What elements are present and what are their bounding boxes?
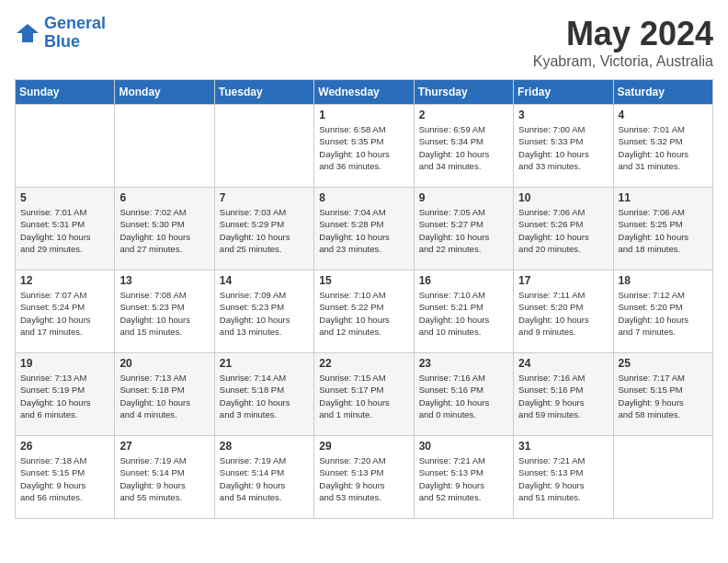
day-number: 11 bbox=[619, 191, 708, 204]
calendar-cell: 27Sunrise: 7:19 AM Sunset: 5:14 PM Dayli… bbox=[115, 436, 214, 519]
day-content: Sunrise: 7:12 AM Sunset: 5:20 PM Dayligh… bbox=[619, 289, 708, 338]
day-number: 20 bbox=[119, 357, 209, 370]
day-number: 6 bbox=[119, 191, 209, 204]
day-content: Sunrise: 7:05 AM Sunset: 5:27 PM Dayligh… bbox=[419, 206, 508, 255]
day-number: 28 bbox=[220, 440, 309, 453]
calendar-cell bbox=[613, 436, 712, 519]
day-content: Sunrise: 7:19 AM Sunset: 5:14 PM Dayligh… bbox=[119, 454, 209, 503]
day-number: 31 bbox=[518, 440, 608, 453]
calendar-cell: 25Sunrise: 7:17 AM Sunset: 5:15 PM Dayli… bbox=[613, 353, 712, 436]
day-number: 4 bbox=[619, 109, 708, 121]
header-wednesday: Wednesday bbox=[314, 80, 414, 105]
calendar-cell: 9Sunrise: 7:05 AM Sunset: 5:27 PM Daylig… bbox=[414, 188, 513, 270]
day-content: Sunrise: 7:16 AM Sunset: 5:16 PM Dayligh… bbox=[419, 372, 508, 420]
day-number: 10 bbox=[518, 191, 608, 204]
day-number: 25 bbox=[619, 357, 708, 370]
day-content: Sunrise: 7:01 AM Sunset: 5:32 PM Dayligh… bbox=[619, 123, 708, 172]
calendar-cell: 19Sunrise: 7:13 AM Sunset: 5:19 PM Dayli… bbox=[16, 353, 115, 436]
calendar-cell: 16Sunrise: 7:10 AM Sunset: 5:21 PM Dayli… bbox=[414, 270, 513, 353]
day-content: Sunrise: 6:58 AM Sunset: 5:35 PM Dayligh… bbox=[319, 123, 408, 172]
day-content: Sunrise: 7:15 AM Sunset: 5:17 PM Dayligh… bbox=[319, 372, 408, 420]
week-row-2: 5Sunrise: 7:01 AM Sunset: 5:31 PM Daylig… bbox=[16, 188, 713, 270]
calendar-cell: 8Sunrise: 7:04 AM Sunset: 5:28 PM Daylig… bbox=[314, 188, 414, 270]
day-number: 27 bbox=[119, 440, 209, 453]
header-friday: Friday bbox=[514, 80, 613, 105]
calendar-cell: 6Sunrise: 7:02 AM Sunset: 5:30 PM Daylig… bbox=[115, 188, 214, 270]
day-number: 13 bbox=[119, 274, 209, 287]
calendar-cell: 11Sunrise: 7:06 AM Sunset: 5:25 PM Dayli… bbox=[613, 188, 712, 270]
day-content: Sunrise: 7:04 AM Sunset: 5:28 PM Dayligh… bbox=[319, 206, 408, 255]
day-number: 21 bbox=[220, 357, 309, 370]
header-monday: Monday bbox=[115, 80, 214, 105]
header-tuesday: Tuesday bbox=[214, 80, 313, 105]
calendar-cell: 15Sunrise: 7:10 AM Sunset: 5:22 PM Dayli… bbox=[314, 270, 414, 353]
header: General Blue May 2024 Kyabram, Victoria,… bbox=[15, 15, 713, 70]
calendar-cell: 1Sunrise: 6:58 AM Sunset: 5:35 PM Daylig… bbox=[314, 105, 414, 188]
day-number: 24 bbox=[518, 357, 608, 370]
day-content: Sunrise: 7:10 AM Sunset: 5:22 PM Dayligh… bbox=[319, 289, 408, 338]
header-sunday: Sunday bbox=[16, 80, 115, 105]
header-thursday: Thursday bbox=[414, 80, 513, 105]
calendar-cell: 2Sunrise: 6:59 AM Sunset: 5:34 PM Daylig… bbox=[414, 105, 513, 188]
day-number: 9 bbox=[419, 191, 508, 204]
day-content: Sunrise: 7:09 AM Sunset: 5:23 PM Dayligh… bbox=[220, 289, 309, 338]
day-number: 29 bbox=[319, 440, 408, 453]
week-row-5: 26Sunrise: 7:18 AM Sunset: 5:15 PM Dayli… bbox=[16, 436, 713, 519]
calendar-cell: 22Sunrise: 7:15 AM Sunset: 5:17 PM Dayli… bbox=[314, 353, 414, 436]
day-content: Sunrise: 7:14 AM Sunset: 5:18 PM Dayligh… bbox=[220, 372, 309, 420]
day-number: 18 bbox=[619, 274, 708, 287]
day-content: Sunrise: 7:13 AM Sunset: 5:18 PM Dayligh… bbox=[119, 372, 209, 420]
calendar-cell: 3Sunrise: 7:00 AM Sunset: 5:33 PM Daylig… bbox=[514, 105, 613, 188]
calendar-cell: 28Sunrise: 7:19 AM Sunset: 5:14 PM Dayli… bbox=[214, 436, 313, 519]
day-number: 2 bbox=[419, 109, 508, 121]
day-content: Sunrise: 7:00 AM Sunset: 5:33 PM Dayligh… bbox=[518, 123, 608, 172]
header-saturday: Saturday bbox=[613, 80, 712, 105]
day-content: Sunrise: 7:11 AM Sunset: 5:20 PM Dayligh… bbox=[518, 289, 608, 338]
calendar-cell: 31Sunrise: 7:21 AM Sunset: 5:13 PM Dayli… bbox=[514, 436, 613, 519]
day-content: Sunrise: 7:20 AM Sunset: 5:13 PM Dayligh… bbox=[319, 454, 408, 503]
calendar-cell: 4Sunrise: 7:01 AM Sunset: 5:32 PM Daylig… bbox=[613, 105, 712, 188]
calendar-cell: 23Sunrise: 7:16 AM Sunset: 5:16 PM Dayli… bbox=[414, 353, 513, 436]
day-content: Sunrise: 7:17 AM Sunset: 5:15 PM Dayligh… bbox=[619, 372, 708, 420]
logo-line2: Blue bbox=[44, 32, 80, 51]
logo: General Blue bbox=[15, 15, 106, 52]
calendar-cell: 17Sunrise: 7:11 AM Sunset: 5:20 PM Dayli… bbox=[514, 270, 613, 353]
calendar-cell: 5Sunrise: 7:01 AM Sunset: 5:31 PM Daylig… bbox=[16, 188, 115, 270]
logo-text: General Blue bbox=[44, 15, 106, 52]
day-content: Sunrise: 7:08 AM Sunset: 5:23 PM Dayligh… bbox=[119, 289, 209, 338]
logo-icon bbox=[15, 20, 40, 46]
day-number: 17 bbox=[518, 274, 608, 287]
day-number: 14 bbox=[220, 274, 309, 287]
day-content: Sunrise: 7:02 AM Sunset: 5:30 PM Dayligh… bbox=[119, 206, 209, 255]
calendar-cell: 18Sunrise: 7:12 AM Sunset: 5:20 PM Dayli… bbox=[613, 270, 712, 353]
day-content: Sunrise: 7:06 AM Sunset: 5:25 PM Dayligh… bbox=[619, 206, 708, 255]
day-number: 3 bbox=[518, 109, 608, 121]
day-content: Sunrise: 7:19 AM Sunset: 5:14 PM Dayligh… bbox=[220, 454, 309, 503]
day-content: Sunrise: 7:16 AM Sunset: 5:16 PM Dayligh… bbox=[518, 372, 608, 420]
title-block: May 2024 Kyabram, Victoria, Australia bbox=[533, 15, 713, 70]
day-content: Sunrise: 7:21 AM Sunset: 5:13 PM Dayligh… bbox=[419, 454, 508, 503]
day-content: Sunrise: 6:59 AM Sunset: 5:34 PM Dayligh… bbox=[419, 123, 508, 172]
day-number: 8 bbox=[319, 191, 408, 204]
day-number: 7 bbox=[220, 191, 309, 204]
week-row-1: 1Sunrise: 6:58 AM Sunset: 5:35 PM Daylig… bbox=[16, 105, 713, 188]
calendar-cell: 13Sunrise: 7:08 AM Sunset: 5:23 PM Dayli… bbox=[115, 270, 214, 353]
day-content: Sunrise: 7:21 AM Sunset: 5:13 PM Dayligh… bbox=[518, 454, 608, 503]
calendar-cell: 10Sunrise: 7:06 AM Sunset: 5:26 PM Dayli… bbox=[514, 188, 613, 270]
calendar-table: SundayMondayTuesdayWednesdayThursdayFrid… bbox=[15, 79, 713, 519]
day-content: Sunrise: 7:07 AM Sunset: 5:24 PM Dayligh… bbox=[20, 289, 109, 338]
day-number: 30 bbox=[419, 440, 508, 453]
calendar-cell: 14Sunrise: 7:09 AM Sunset: 5:23 PM Dayli… bbox=[214, 270, 313, 353]
day-content: Sunrise: 7:10 AM Sunset: 5:21 PM Dayligh… bbox=[419, 289, 508, 338]
week-row-3: 12Sunrise: 7:07 AM Sunset: 5:24 PM Dayli… bbox=[16, 270, 713, 353]
days-header-row: SundayMondayTuesdayWednesdayThursdayFrid… bbox=[16, 80, 713, 105]
calendar-cell bbox=[115, 105, 214, 188]
day-number: 19 bbox=[20, 357, 109, 370]
day-content: Sunrise: 7:06 AM Sunset: 5:26 PM Dayligh… bbox=[518, 206, 608, 255]
day-content: Sunrise: 7:18 AM Sunset: 5:15 PM Dayligh… bbox=[20, 454, 109, 503]
day-content: Sunrise: 7:01 AM Sunset: 5:31 PM Dayligh… bbox=[20, 206, 109, 255]
calendar-cell: 30Sunrise: 7:21 AM Sunset: 5:13 PM Dayli… bbox=[414, 436, 513, 519]
day-number: 26 bbox=[20, 440, 109, 453]
calendar-cell: 29Sunrise: 7:20 AM Sunset: 5:13 PM Dayli… bbox=[314, 436, 414, 519]
day-content: Sunrise: 7:13 AM Sunset: 5:19 PM Dayligh… bbox=[20, 372, 109, 420]
